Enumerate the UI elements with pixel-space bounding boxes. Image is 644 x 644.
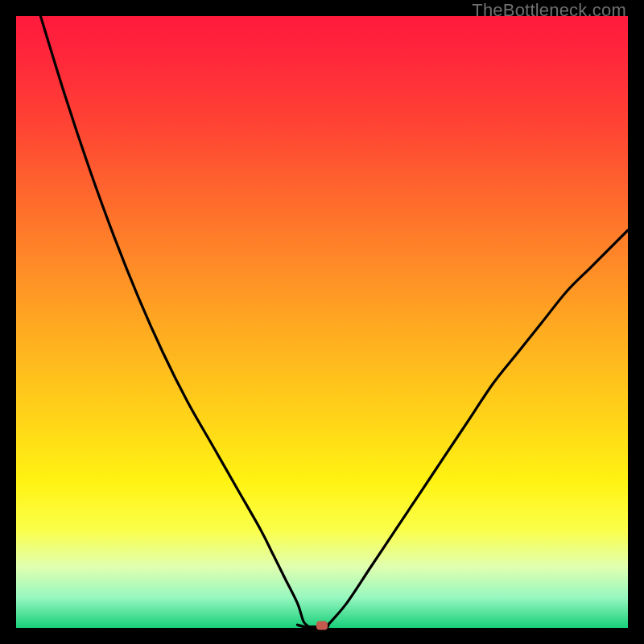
bottleneck-curve [16,16,628,628]
plot-area [16,16,628,628]
optimal-point-marker [316,621,328,630]
chart-frame: TheBottleneck.com [0,0,644,644]
